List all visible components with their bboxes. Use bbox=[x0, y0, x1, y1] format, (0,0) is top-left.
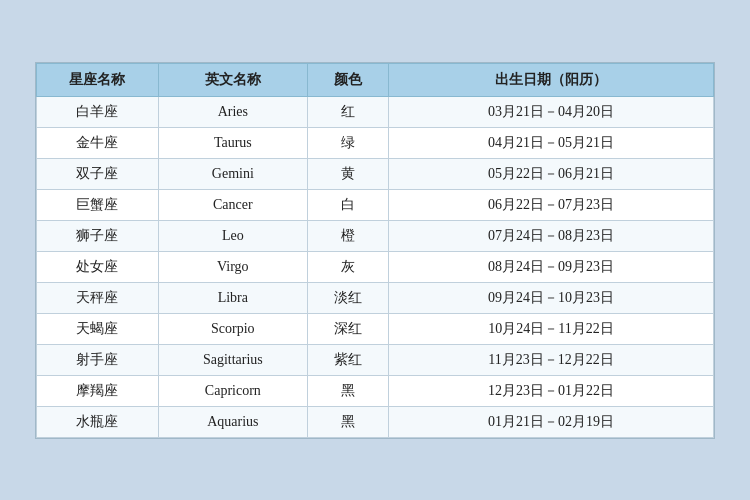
cell-zh: 天秤座 bbox=[37, 282, 159, 313]
cell-date: 06月22日－07月23日 bbox=[389, 189, 714, 220]
table-row: 金牛座Taurus绿04月21日－05月21日 bbox=[37, 127, 714, 158]
cell-zh: 处女座 bbox=[37, 251, 159, 282]
cell-date: 03月21日－04月20日 bbox=[389, 96, 714, 127]
cell-date: 11月23日－12月22日 bbox=[389, 344, 714, 375]
cell-en: Taurus bbox=[158, 127, 307, 158]
zodiac-table: 星座名称 英文名称 颜色 出生日期（阳历） 白羊座Aries红03月21日－04… bbox=[36, 63, 714, 438]
table-body: 白羊座Aries红03月21日－04月20日金牛座Taurus绿04月21日－0… bbox=[37, 96, 714, 437]
header-color: 颜色 bbox=[307, 63, 388, 96]
cell-date: 04月21日－05月21日 bbox=[389, 127, 714, 158]
cell-en: Aquarius bbox=[158, 406, 307, 437]
cell-date: 08月24日－09月23日 bbox=[389, 251, 714, 282]
cell-date: 01月21日－02月19日 bbox=[389, 406, 714, 437]
cell-en: Cancer bbox=[158, 189, 307, 220]
cell-color: 紫红 bbox=[307, 344, 388, 375]
cell-color: 淡红 bbox=[307, 282, 388, 313]
table-row: 白羊座Aries红03月21日－04月20日 bbox=[37, 96, 714, 127]
cell-color: 绿 bbox=[307, 127, 388, 158]
table-row: 水瓶座Aquarius黑01月21日－02月19日 bbox=[37, 406, 714, 437]
cell-zh: 金牛座 bbox=[37, 127, 159, 158]
header-date: 出生日期（阳历） bbox=[389, 63, 714, 96]
cell-color: 白 bbox=[307, 189, 388, 220]
cell-en: Gemini bbox=[158, 158, 307, 189]
table-row: 摩羯座Capricorn黑12月23日－01月22日 bbox=[37, 375, 714, 406]
cell-date: 05月22日－06月21日 bbox=[389, 158, 714, 189]
cell-color: 黄 bbox=[307, 158, 388, 189]
cell-en: Leo bbox=[158, 220, 307, 251]
cell-color: 黑 bbox=[307, 406, 388, 437]
cell-zh: 射手座 bbox=[37, 344, 159, 375]
table-header-row: 星座名称 英文名称 颜色 出生日期（阳历） bbox=[37, 63, 714, 96]
cell-en: Capricorn bbox=[158, 375, 307, 406]
table-row: 天蝎座Scorpio深红10月24日－11月22日 bbox=[37, 313, 714, 344]
cell-date: 12月23日－01月22日 bbox=[389, 375, 714, 406]
cell-date: 10月24日－11月22日 bbox=[389, 313, 714, 344]
cell-date: 09月24日－10月23日 bbox=[389, 282, 714, 313]
cell-zh: 白羊座 bbox=[37, 96, 159, 127]
zodiac-table-container: 星座名称 英文名称 颜色 出生日期（阳历） 白羊座Aries红03月21日－04… bbox=[35, 62, 715, 439]
cell-en: Scorpio bbox=[158, 313, 307, 344]
cell-zh: 摩羯座 bbox=[37, 375, 159, 406]
table-row: 巨蟹座Cancer白06月22日－07月23日 bbox=[37, 189, 714, 220]
table-row: 狮子座Leo橙07月24日－08月23日 bbox=[37, 220, 714, 251]
header-en: 英文名称 bbox=[158, 63, 307, 96]
table-row: 天秤座Libra淡红09月24日－10月23日 bbox=[37, 282, 714, 313]
cell-en: Sagittarius bbox=[158, 344, 307, 375]
cell-en: Aries bbox=[158, 96, 307, 127]
cell-color: 灰 bbox=[307, 251, 388, 282]
cell-zh: 水瓶座 bbox=[37, 406, 159, 437]
cell-color: 橙 bbox=[307, 220, 388, 251]
cell-en: Libra bbox=[158, 282, 307, 313]
cell-zh: 天蝎座 bbox=[37, 313, 159, 344]
cell-zh: 巨蟹座 bbox=[37, 189, 159, 220]
cell-color: 黑 bbox=[307, 375, 388, 406]
cell-zh: 狮子座 bbox=[37, 220, 159, 251]
cell-date: 07月24日－08月23日 bbox=[389, 220, 714, 251]
table-row: 处女座Virgo灰08月24日－09月23日 bbox=[37, 251, 714, 282]
table-row: 双子座Gemini黄05月22日－06月21日 bbox=[37, 158, 714, 189]
cell-color: 红 bbox=[307, 96, 388, 127]
cell-en: Virgo bbox=[158, 251, 307, 282]
table-row: 射手座Sagittarius紫红11月23日－12月22日 bbox=[37, 344, 714, 375]
header-zh: 星座名称 bbox=[37, 63, 159, 96]
cell-color: 深红 bbox=[307, 313, 388, 344]
cell-zh: 双子座 bbox=[37, 158, 159, 189]
